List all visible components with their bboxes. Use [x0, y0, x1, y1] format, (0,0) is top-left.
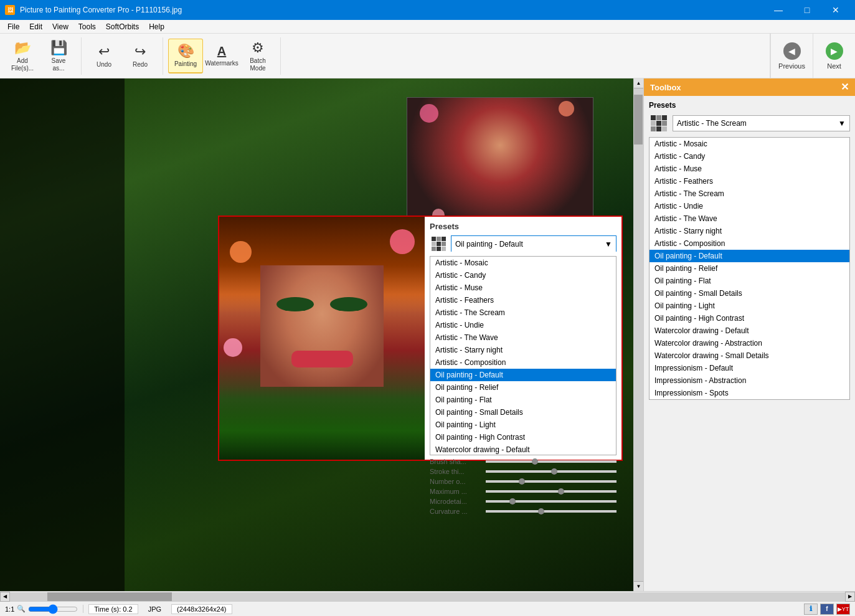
tb-item-wave[interactable]: Artistic - The Wave	[650, 212, 849, 225]
painting-button[interactable]: 🎨 Painting	[168, 39, 203, 73]
fp-item-wc-default[interactable]: Watercolor drawing - Default	[430, 443, 616, 455]
tb-item-imp-spots[interactable]: Impressionism - Spots	[650, 387, 849, 399]
info-button[interactable]: ℹ	[804, 604, 818, 615]
menu-edit[interactable]: Edit	[24, 21, 47, 32]
fp-item-candy[interactable]: Artistic - Candy	[430, 269, 616, 282]
icon-cell-2	[437, 237, 441, 241]
scroll-left-button[interactable]: ◀	[0, 592, 10, 602]
slider-max-thumb[interactable]	[558, 488, 564, 495]
slider-brush-label: Brush sha...	[430, 458, 486, 465]
scroll-up-button[interactable]: ▲	[634, 78, 643, 88]
fp-item-oil-small[interactable]: Oil painting - Small Details	[430, 406, 616, 419]
menu-help[interactable]: Help	[144, 21, 169, 32]
tb-item-starry[interactable]: Artistic - Starry night	[650, 225, 849, 237]
fp-item-composition[interactable]: Artistic - Composition	[430, 356, 616, 369]
tb-item-composition[interactable]: Artistic - Composition	[650, 237, 849, 250]
undo-label: Undo	[97, 61, 111, 69]
fp-item-wave[interactable]: Artistic - The Wave	[430, 331, 616, 344]
tb-item-oil-flat[interactable]: Oil painting - Flat	[650, 275, 849, 287]
h-scroll-track[interactable]	[10, 592, 845, 601]
watermarks-button[interactable]: A Watermarks	[204, 39, 239, 73]
fp-item-undie[interactable]: Artistic - Undie	[430, 319, 616, 331]
slider-number-track[interactable]	[486, 480, 616, 483]
tb-item-undie[interactable]: Artistic - Undie	[650, 200, 849, 212]
slider-max-track[interactable]	[486, 490, 616, 493]
toolbox-close-button[interactable]: ✕	[841, 82, 849, 92]
fp-item-starry[interactable]: Artistic - Starry night	[430, 344, 616, 356]
scroll-track[interactable]	[634, 88, 643, 581]
scroll-right-button[interactable]: ▶	[845, 592, 855, 602]
menu-bar: File Edit View Tools SoftOrbits Help	[0, 20, 855, 34]
slider-micro-thumb[interactable]	[509, 498, 516, 505]
menu-tools[interactable]: Tools	[73, 21, 101, 32]
fp-item-oil-high-contrast[interactable]: Oil painting - High Contrast	[430, 431, 616, 443]
save-as-icon: 💾	[50, 40, 67, 56]
h-scroll-thumb[interactable]	[47, 592, 172, 601]
tb-item-oil-small[interactable]: Oil painting - Small Details	[650, 287, 849, 300]
facebook-button[interactable]: f	[820, 604, 834, 615]
tb-item-muse[interactable]: Artistic - Muse	[650, 163, 849, 175]
tb-item-feathers[interactable]: Artistic - Feathers	[650, 175, 849, 187]
tb-item-wc-small[interactable]: Watercolor drawing - Small Details	[650, 349, 849, 362]
toolbox-preset-dropdown[interactable]: Artistic - The Scream ▼	[673, 115, 850, 131]
add-files-label: AddFile(s)...	[11, 57, 34, 72]
slider-brush-track[interactable]	[486, 460, 616, 463]
fp-item-mosaic[interactable]: Artistic - Mosaic	[430, 257, 616, 269]
tb-item-candy[interactable]: Artistic - Candy	[650, 150, 849, 163]
tb-item-oil-relief[interactable]: Oil painting - Relief	[650, 262, 849, 275]
close-button[interactable]: ✕	[821, 0, 850, 20]
fp-item-oil-default[interactable]: Oil painting - Default	[430, 369, 616, 381]
tb-item-wc-abstraction[interactable]: Watercolor drawing - Abstraction	[650, 337, 849, 349]
toolbox-preset-selected: Artistic - The Scream	[677, 119, 747, 128]
tb-item-scream[interactable]: Artistic - The Scream	[650, 187, 849, 200]
tb-item-oil-high-contrast[interactable]: Oil painting - High Contrast	[650, 312, 849, 325]
slider-curv-thumb[interactable]	[538, 508, 544, 514]
floating-preset-dropdown[interactable]: Oil painting - Default ▼	[451, 235, 616, 252]
window-controls: — □ ✕	[764, 0, 850, 20]
save-as-button[interactable]: 💾 Saveas...	[41, 39, 76, 73]
fp-item-muse[interactable]: Artistic - Muse	[430, 282, 616, 294]
fp-item-oil-relief[interactable]: Oil painting - Relief	[430, 381, 616, 394]
toolbox-presets-section: Presets	[649, 101, 850, 400]
tb-item-oil-default[interactable]: Oil painting - Default	[650, 250, 849, 262]
tb-item-oil-light[interactable]: Oil painting - Light	[650, 300, 849, 312]
slider-stroke-thumb[interactable]	[551, 468, 557, 475]
tb-item-imp-abstraction[interactable]: Impressionism - Abstraction	[650, 374, 849, 387]
ticon-8	[656, 126, 661, 131]
redo-button[interactable]: ↪ Redo	[123, 39, 158, 73]
scroll-thumb[interactable]	[634, 95, 643, 145]
portrait-face-bg	[219, 217, 425, 460]
menu-softorbits[interactable]: SoftOrbits	[101, 21, 144, 32]
icon-cell-9	[442, 247, 446, 251]
menu-file[interactable]: File	[2, 21, 24, 32]
youtube-button[interactable]: ▶YT	[836, 604, 850, 615]
fp-item-feathers[interactable]: Artistic - Feathers	[430, 294, 616, 306]
zoom-slider[interactable]	[28, 605, 78, 613]
undo-button[interactable]: ↩ Undo	[87, 39, 121, 73]
slider-curv-track[interactable]	[486, 510, 616, 513]
horizontal-scrollbar[interactable]: ◀ ▶	[0, 591, 855, 601]
canvas-area[interactable]: Presets	[0, 78, 643, 591]
fp-item-oil-light[interactable]: Oil painting - Light	[430, 419, 616, 431]
previous-button[interactable]: ◀ Previous	[770, 34, 813, 78]
slider-number-thumb[interactable]	[519, 478, 525, 485]
next-button[interactable]: ▶ Next	[813, 34, 855, 78]
fp-item-scream[interactable]: Artistic - The Scream	[430, 306, 616, 319]
maximize-button[interactable]: □	[793, 0, 821, 20]
add-files-button[interactable]: 📂 AddFile(s)...	[5, 39, 40, 73]
tb-item-wc-default[interactable]: Watercolor drawing - Default	[650, 325, 849, 337]
scroll-down-button[interactable]: ▼	[634, 581, 643, 591]
slider-number: Number o...	[430, 478, 616, 485]
menu-view[interactable]: View	[47, 21, 73, 32]
slider-brush-thumb[interactable]	[532, 458, 538, 465]
tb-item-mosaic[interactable]: Artistic - Mosaic	[650, 138, 849, 150]
foliage-bottom	[219, 387, 425, 460]
vertical-scrollbar[interactable]: ▲ ▼	[633, 78, 643, 591]
minimize-button[interactable]: —	[764, 0, 793, 20]
next-label: Next	[827, 62, 841, 70]
tb-item-imp-default[interactable]: Impressionism - Default	[650, 362, 849, 374]
slider-micro-track[interactable]	[486, 500, 616, 503]
fp-item-oil-flat[interactable]: Oil painting - Flat	[430, 394, 616, 406]
batch-mode-button[interactable]: ⚙ BatchMode	[240, 39, 275, 73]
slider-stroke-track[interactable]	[486, 470, 616, 473]
